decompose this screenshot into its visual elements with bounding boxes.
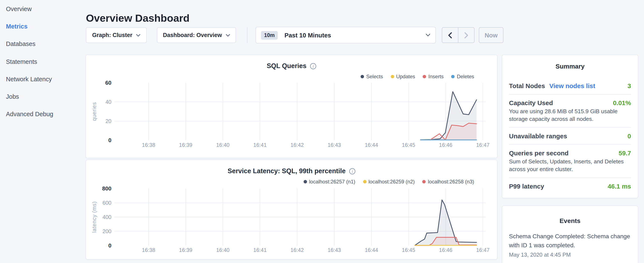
- summary-row-label: Queries per second: [509, 149, 568, 157]
- time-step-buttons: [442, 27, 474, 43]
- svg-text:200: 200: [102, 228, 112, 234]
- svg-text:queries: queries: [91, 102, 97, 121]
- graph-scope-label: Graph: Cluster: [92, 32, 132, 38]
- summary-row-value: 59.7: [619, 149, 631, 157]
- svg-text:16:40: 16:40: [216, 247, 230, 253]
- svg-text:16:41: 16:41: [254, 247, 267, 253]
- svg-text:400: 400: [102, 214, 112, 220]
- chevron-down-icon: [136, 34, 140, 36]
- svg-text:16:40: 16:40: [216, 142, 230, 148]
- chevron-down-icon: [226, 34, 230, 36]
- event-text: Schema Change Completed: Schema change w…: [509, 232, 631, 250]
- summary-row: P99 latency46.1 ms: [509, 178, 631, 194]
- service-latency-chart-card: Service Latency: SQL, 99th percentile i …: [86, 160, 498, 259]
- chevron-down-icon: [426, 34, 430, 37]
- sidebar-list: OverviewMetricsDatabasesStatementsNetwor…: [0, 0, 85, 123]
- summary-row-label: Total Nodes: [509, 82, 545, 89]
- svg-text:16:44: 16:44: [365, 142, 378, 148]
- svg-text:0: 0: [108, 242, 112, 249]
- svg-text:16:38: 16:38: [142, 247, 156, 253]
- events-title: Events: [509, 217, 631, 224]
- events-card: Events Schema Change Completed: Schema c…: [502, 205, 638, 263]
- sidebar-item-advanced-debug[interactable]: Advanced Debug: [6, 106, 85, 123]
- svg-text:0: 0: [108, 137, 112, 143]
- svg-text:16:39: 16:39: [179, 142, 192, 148]
- svg-text:20: 20: [106, 118, 112, 124]
- svg-text:16:44: 16:44: [365, 247, 378, 253]
- svg-text:40: 40: [106, 99, 112, 105]
- chart-legend: localhost:26257 (n1)localhost:26259 (n2)…: [304, 179, 474, 185]
- summary-row-value: 3: [628, 82, 631, 89]
- svg-text:16:42: 16:42: [290, 247, 304, 253]
- legend-item: localhost:26259 (n2): [363, 179, 415, 185]
- event-item[interactable]: Schema Change Completed: Schema change w…: [509, 232, 631, 258]
- chart-title: SQL Queries: [266, 62, 306, 70]
- legend-dot-icon: [363, 180, 366, 183]
- events-list: Schema Change Completed: Schema change w…: [509, 232, 631, 258]
- summary-row-value: 0.01%: [613, 99, 631, 106]
- svg-text:800: 800: [102, 185, 112, 192]
- svg-text:16:47: 16:47: [476, 142, 490, 148]
- svg-text:i: i: [312, 64, 314, 68]
- summary-row: Unavailable ranges0: [509, 128, 631, 145]
- sql-queries-chart-card: SQL Queries i SelectsUpdatesInsertsDelet…: [86, 55, 498, 158]
- sidebar-nav: OverviewMetricsDatabasesStatementsNetwor…: [0, 0, 85, 263]
- summary-row-label: P99 latency: [509, 183, 544, 190]
- now-button[interactable]: Now: [479, 27, 504, 43]
- legend-item: localhost:26258 (n3): [422, 179, 474, 185]
- summary-rows: Total NodesView nodes list3Capacity Used…: [509, 78, 631, 194]
- legend-dot-icon: [304, 180, 307, 183]
- legend-item: localhost:26257 (n1): [304, 179, 356, 185]
- time-range-select[interactable]: 10m Past 10 Minutes: [256, 27, 436, 43]
- sidebar-item-jobs[interactable]: Jobs: [6, 88, 85, 106]
- summary-row-description: You are using 28.6 MiB of 515.9 GiB usab…: [509, 108, 631, 123]
- legend-item: Selects: [360, 74, 383, 80]
- svg-text:600: 600: [102, 200, 112, 206]
- chart-plot: 16:3816:3916:4016:4116:4216:4316:4416:45…: [86, 55, 498, 158]
- sidebar-item-statements[interactable]: Statements: [6, 53, 85, 70]
- time-range-badge: 10m: [261, 31, 278, 39]
- summary-row: Capacity Used0.01%You are using 28.6 MiB…: [509, 95, 631, 128]
- sidebar-item-overview[interactable]: Overview: [6, 0, 85, 18]
- svg-text:latency (ms): latency (ms): [91, 201, 97, 233]
- svg-text:16:41: 16:41: [254, 142, 267, 148]
- dashboard-label: Dashboard: Overview: [163, 32, 222, 38]
- svg-text:i: i: [352, 169, 353, 173]
- legend-dot-icon: [390, 75, 394, 78]
- svg-text:16:46: 16:46: [439, 142, 452, 148]
- chevron-left-icon: [448, 32, 452, 38]
- summary-row-label: Unavailable ranges: [509, 132, 567, 140]
- svg-text:16:46: 16:46: [439, 247, 452, 253]
- db-console-page: OverviewMetricsDatabasesStatementsNetwor…: [0, 0, 644, 263]
- page-title: Overview Dashboard: [86, 13, 190, 25]
- sidebar-item-databases[interactable]: Databases: [6, 35, 85, 53]
- time-range-label: Past 10 Minutes: [284, 32, 331, 39]
- summary-card: Summary Total NodesView nodes list3Capac…: [502, 55, 638, 198]
- info-icon[interactable]: i: [310, 63, 316, 69]
- summary-row: Queries per second59.7Sum of Selects, Up…: [509, 145, 631, 178]
- svg-text:60: 60: [105, 80, 112, 86]
- svg-text:16:42: 16:42: [290, 142, 304, 148]
- sidebar-item-metrics[interactable]: Metrics: [6, 18, 85, 35]
- prev-time-button[interactable]: [442, 28, 458, 43]
- svg-text:16:45: 16:45: [402, 142, 415, 148]
- legend-dot-icon: [451, 75, 455, 78]
- summary-row-value: 0: [628, 132, 631, 140]
- svg-text:16:43: 16:43: [328, 247, 341, 253]
- summary-row-description: Sum of Selects, Updates, Inserts, and De…: [509, 158, 631, 173]
- legend-item: Updates: [390, 74, 415, 80]
- view-nodes-link[interactable]: View nodes list: [549, 82, 595, 89]
- controls-divider: [247, 27, 248, 43]
- legend-dot-icon: [422, 180, 426, 183]
- legend-dot-icon: [360, 75, 364, 78]
- summary-row-value: 46.1 ms: [608, 183, 631, 190]
- svg-text:16:38: 16:38: [142, 142, 156, 148]
- dashboard-dropdown[interactable]: Dashboard: Overview: [157, 27, 236, 43]
- legend-item: Deletes: [451, 74, 474, 80]
- event-timestamp: May 13, 2020 at 4:45 PM: [509, 251, 631, 258]
- next-time-button[interactable]: [458, 28, 474, 43]
- svg-text:16:47: 16:47: [476, 247, 490, 253]
- graph-scope-dropdown[interactable]: Graph: Cluster: [86, 27, 147, 43]
- info-icon[interactable]: i: [349, 168, 355, 174]
- sidebar-item-network-latency[interactable]: Network Latency: [6, 70, 85, 88]
